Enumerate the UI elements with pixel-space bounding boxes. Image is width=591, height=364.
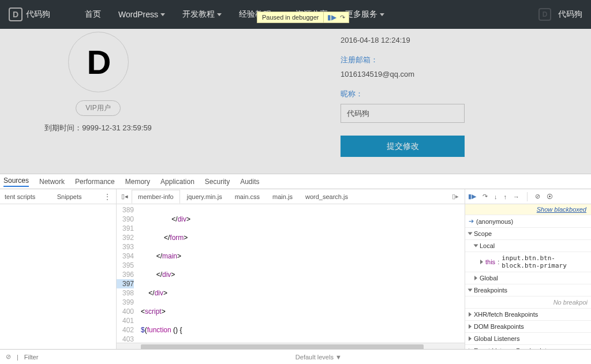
caret-icon (217, 13, 222, 16)
debugger-toolbar: ▮▶ ↷ ↓ ↑ → ⊘ ⦿ (465, 189, 591, 204)
xhr-breakpoints[interactable]: XHR/fetch Breakpoints (465, 309, 591, 321)
scope-global[interactable]: Global (465, 272, 591, 284)
step-out-icon[interactable]: ↑ (504, 193, 507, 200)
tab-performance[interactable]: Performance (75, 178, 115, 186)
debugger-paused-text: Paused in debugger (257, 12, 323, 22)
nav-more-services[interactable]: 更多服务 (345, 9, 384, 20)
more-tabs-icon[interactable]: ▯▸ (448, 193, 462, 200)
faded-logo-icon: D (538, 8, 551, 21)
nav-wordpress[interactable]: WordPress (118, 9, 165, 20)
console-toggle-icon[interactable]: ⊘ (6, 353, 11, 361)
debugger-paused-badge: Paused in debugger ▮▶ ↷ (257, 12, 349, 23)
devtools-tabs: Sources Network Performance Memory Appli… (0, 174, 591, 189)
resume-icon[interactable]: ▮▶ (468, 193, 476, 200)
callstack-frame[interactable]: ➔(anonymous) (465, 215, 591, 228)
avatar: D (68, 32, 129, 92)
nav-home[interactable]: 首页 (85, 9, 101, 20)
devtools: Sources Network Performance Memory Appli… (0, 174, 591, 364)
tab-application[interactable]: Application (160, 178, 194, 186)
breakpoints-section[interactable]: Breakpoints (465, 284, 591, 297)
scope-section[interactable]: Scope (465, 228, 591, 240)
global-listeners[interactable]: Global Listeners (465, 333, 591, 345)
nav-user-name[interactable]: 代码狗 (558, 9, 582, 20)
code-editor[interactable]: 3893903913923933943953963973983994004014… (117, 204, 465, 343)
scope-local[interactable]: Local (465, 240, 591, 252)
file-tab-maincss[interactable]: main.css (229, 190, 265, 203)
email-label: 注册邮箱： (341, 55, 579, 65)
blackbox-row: Show blackboxed (465, 204, 591, 215)
editor-pane: ▯◂ member-info jquery.min.js main.css ma… (117, 189, 465, 364)
tab-sources[interactable]: Sources (3, 177, 29, 187)
nav-right: D 代码狗 (538, 8, 582, 21)
brand[interactable]: D 代码狗 (9, 7, 50, 21)
file-tab-jquery[interactable]: jquery.min.js (181, 190, 228, 203)
file-tab-member-info[interactable]: member-info (132, 190, 180, 204)
debugger-sidebar: ▮▶ ↷ ↓ ↑ → ⊘ ⦿ Show blackboxed ➔(anonymo… (465, 189, 591, 364)
tab-security[interactable]: Security (205, 178, 230, 186)
submit-button[interactable]: 提交修改 (341, 136, 465, 157)
console-sep: | (17, 354, 18, 361)
toggle-navigator-icon[interactable]: ▯◂ (119, 193, 130, 200)
log-levels[interactable]: Default levels ▼ (296, 354, 342, 361)
deactivate-breakpoints-icon[interactable]: ⊘ (535, 193, 540, 200)
step-over-icon[interactable]: ↷ (340, 14, 345, 21)
nav-dev-tutorials[interactable]: 开发教程 (182, 9, 222, 20)
email-value: 1016134519@qq.com (341, 70, 579, 78)
no-breakpoints: No breakpoi (465, 297, 591, 309)
nav-tab-snippets[interactable]: Snippets (57, 193, 82, 200)
code-lines: </div> </form> </main> </div> </div> <sc… (139, 204, 465, 343)
brand-text: 代码狗 (26, 9, 50, 20)
console-filter-input[interactable] (24, 354, 174, 361)
caret-icon (160, 13, 165, 16)
step-into-icon[interactable]: ↓ (494, 193, 498, 200)
caret-icon (380, 13, 384, 16)
page-content: D VIP用户 到期时间：9999-12-31 23:59:59 2016-04… (0, 29, 591, 174)
logo-icon: D (9, 7, 23, 21)
tab-network[interactable]: Network (39, 178, 65, 186)
profile-left: D VIP用户 到期时间：9999-12-31 23:59:59 (0, 29, 196, 174)
tab-memory[interactable]: Memory (125, 178, 150, 186)
file-tab-wordsearch[interactable]: word_search.js (300, 190, 354, 203)
step-over-icon[interactable]: ↷ (482, 193, 488, 200)
reg-time-value: 2016-04-18 12:24:19 (341, 36, 579, 44)
dom-breakpoints[interactable]: DOM Breakpoints (465, 321, 591, 333)
file-tabs: ▯◂ member-info jquery.min.js main.css ma… (117, 189, 465, 204)
pause-exceptions-icon[interactable]: ⦿ (547, 193, 553, 200)
console-bar: ⊘ | Default levels ▼ (0, 349, 591, 364)
nickname-label: 昵称： (341, 89, 579, 99)
resume-icon[interactable]: ▮▶ (327, 13, 336, 21)
profile-right: 2016-04-18 12:24:19 注册邮箱： 1016134519@qq.… (196, 29, 591, 174)
tab-audits[interactable]: Audits (240, 178, 259, 186)
nav-tab-content-scripts[interactable]: tent scripts (5, 193, 35, 200)
line-gutter: 3893903913923933943953963973983994004014… (117, 204, 139, 343)
show-blackboxed-link[interactable]: Show blackboxed (537, 206, 586, 213)
file-tab-mainjs[interactable]: main.js (267, 190, 298, 203)
more-icon[interactable]: ⋮ (103, 192, 111, 201)
expiry-text: 到期时间：9999-12-31 23:59:59 (0, 123, 196, 133)
scope-this[interactable]: this: input.btn.btn-block.btn-primary (465, 252, 591, 272)
step-icon[interactable]: → (513, 193, 519, 200)
vip-badge: VIP用户 (76, 100, 120, 116)
navigator-pane: tent scripts Snippets ⋮ (0, 189, 117, 364)
nickname-input[interactable] (341, 104, 465, 123)
